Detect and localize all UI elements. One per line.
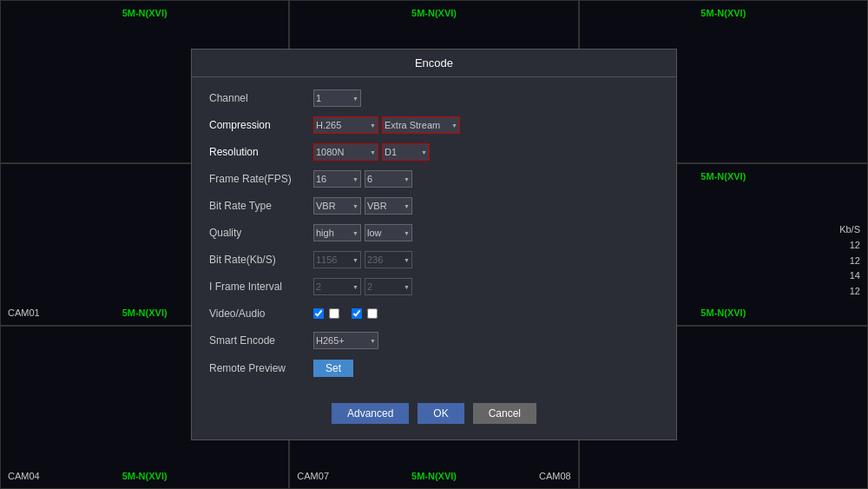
quality-sub-select[interactable]: highesthigherhighmediumlowlowest [365,224,412,241]
iframe-controls: 2 2 [313,278,659,295]
video-checkbox-sub[interactable] [352,308,362,319]
quality-row: Quality highesthigherhighmediumlowlowest… [209,222,659,243]
channel-select[interactable]: 1234 [313,89,361,107]
iframe-sub-select[interactable]: 2 [365,278,412,295]
resolution-main-wrapper: 1080N720PD1CIF [313,143,378,161]
encode-modal: Encode Channel 1234 Compression [191,49,677,440]
framerate-sub-wrapper: 6421 [365,170,412,188]
resolution-label: Resolution [209,146,313,158]
videoaudio-controls [313,308,659,319]
compression-controls: H.265H.264 Extra StreamMain Stream [313,116,659,134]
iframe-label: I Frame Interval [209,281,313,293]
remote-preview-label: Remote Preview [209,362,313,374]
smartencode-row: Smart Encode H265+H264+Off [209,330,659,351]
smartencode-controls: H265+H264+Off [313,332,659,349]
bitratetype-label: Bit Rate Type [209,200,313,212]
resolution-sub-wrapper: D1CIFQCIF [382,143,430,161]
bitratetype-row: Bit Rate Type VBRCBR VBRCBR [209,195,659,216]
audio-checkbox-sub[interactable] [367,308,378,319]
bitratetype-main-select[interactable]: VBRCBR [313,197,361,215]
videoaudio-label: Video/Audio [209,307,313,320]
modal-footer: Advanced OK Cancel [192,391,676,439]
bitrate-row: Bit Rate(Kb/S) 1156 236 [209,249,659,270]
ok-button[interactable]: OK [418,403,464,424]
quality-main-wrapper: highesthigherhighmediumlowlowest [313,224,361,241]
channel-select-wrapper: 1234 [313,89,361,107]
framerate-sub-select[interactable]: 6421 [365,170,412,188]
remote-preview-row: Remote Preview Set [209,360,659,377]
smartencode-select[interactable]: H265+H264+Off [313,332,378,349]
video-checkbox-main[interactable] [313,308,324,319]
modal-title: Encode [192,50,676,77]
set-button[interactable]: Set [313,360,353,377]
compression-label: Compression [209,119,313,131]
compression-row: Compression H.265H.264 Extra StreamMain … [209,115,659,135]
cancel-button[interactable]: Cancel [473,403,536,424]
bitrate-sub-wrapper: 236 [365,251,412,268]
iframe-sub-wrapper: 2 [365,278,412,295]
iframe-row: I Frame Interval 2 2 [209,276,659,297]
compression-extra-select[interactable]: Extra StreamMain Stream [382,116,460,134]
iframe-main-select[interactable]: 2 [313,278,361,295]
bitrate-controls: 1156 236 [313,251,659,268]
audio-checkbox-main[interactable] [329,308,339,319]
resolution-row: Resolution 1080N720PD1CIF D1CIFQCIF [209,142,659,162]
channel-row: Channel 1234 [209,88,659,109]
advanced-button[interactable]: Advanced [332,403,409,424]
framerate-row: Frame Rate(FPS) 1615121086421 6421 [209,169,659,189]
iframe-main-wrapper: 2 [313,278,361,295]
framerate-main-select[interactable]: 1615121086421 [313,170,361,188]
bitrate-sub-select[interactable]: 236 [365,251,412,268]
bitrate-main-wrapper: 1156 [313,251,361,268]
compression-main-wrapper: H.265H.264 [313,116,378,134]
framerate-label: Frame Rate(FPS) [209,173,313,185]
bitratetype-controls: VBRCBR VBRCBR [313,197,659,215]
compression-extra-wrapper: Extra StreamMain Stream [382,116,460,134]
bitratetype-sub-wrapper: VBRCBR [365,197,412,215]
quality-label: Quality [209,227,313,239]
channel-label: Channel [209,92,313,104]
channel-controls: 1234 [313,89,659,107]
resolution-controls: 1080N720PD1CIF D1CIFQCIF [313,143,659,161]
bitratetype-sub-select[interactable]: VBRCBR [365,197,412,215]
bitratetype-main-wrapper: VBRCBR [313,197,361,215]
bitrate-label: Bit Rate(Kb/S) [209,254,313,266]
framerate-main-wrapper: 1615121086421 [313,170,361,188]
smartencode-label: Smart Encode [209,334,313,347]
modal-body: Channel 1234 Compression H.265H.264 [192,77,676,391]
resolution-main-select[interactable]: 1080N720PD1CIF [313,143,378,161]
compression-main-select[interactable]: H.265H.264 [313,116,378,134]
quality-main-select[interactable]: highesthigherhighmediumlowlowest [313,224,361,241]
bitrate-main-select[interactable]: 1156 [313,251,361,268]
videoaudio-row: Video/Audio [209,303,659,324]
resolution-sub-select[interactable]: D1CIFQCIF [382,143,430,161]
framerate-controls: 1615121086421 6421 [313,170,659,188]
smartencode-select-wrapper: H265+H264+Off [313,332,378,349]
quality-controls: highesthigherhighmediumlowlowest highest… [313,224,659,241]
quality-sub-wrapper: highesthigherhighmediumlowlowest [365,224,412,241]
modal-overlay: Encode Channel 1234 Compression [0,0,868,489]
